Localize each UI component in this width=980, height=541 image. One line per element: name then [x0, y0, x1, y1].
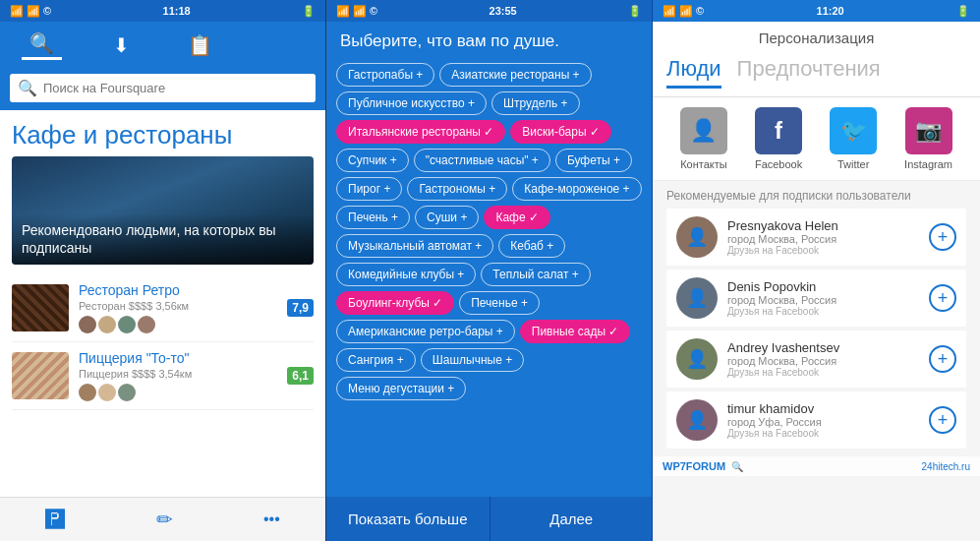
- user-list: 👤 Presnyakova Helen город Москва, Россия…: [666, 209, 966, 449]
- more-icon[interactable]: •••: [263, 511, 280, 528]
- status-bar-2: 📶 📶 © 23:55 🔋: [326, 0, 652, 22]
- panel3-footer: WP7FORUM 🔍 24hitech.ru: [653, 456, 980, 476]
- social-twitter[interactable]: 🐦 Twitter: [830, 107, 877, 170]
- tag-item[interactable]: Буфеты +: [555, 149, 632, 172]
- social-contacts[interactable]: 👤 Контакты: [680, 107, 727, 170]
- status-battery-2: 🔋: [628, 5, 642, 18]
- featured-card[interactable]: Рекомендовано людьми, на которых вы подп…: [12, 156, 314, 265]
- tag-item[interactable]: Пирог +: [336, 177, 402, 201]
- tag-item[interactable]: Штрудель +: [491, 91, 580, 115]
- facebook-label: Facebook: [755, 158, 802, 170]
- recommend-section: Рекомендуемые для подписки пользователи …: [653, 181, 980, 456]
- place-meta-1: Ресторан $$$$ 3,56км: [79, 300, 277, 312]
- user-item[interactable]: 👤 Presnyakova Helen город Москва, Россия…: [666, 209, 966, 266]
- place-info-1: Ресторан Ретро Ресторан $$$$ 3,56км: [79, 282, 277, 333]
- panel-foursquare: 📶 📶 © 11:18 🔋 🔍 ⬇ 📋 👤 🔍 Кафе и рестораны…: [0, 0, 326, 541]
- tag-item[interactable]: Публичное искусство +: [336, 91, 487, 115]
- social-instagram[interactable]: 📷 Instagram: [904, 107, 952, 170]
- user-item[interactable]: 👤 timur khamidov город Уфа, Россия Друзь…: [666, 391, 966, 449]
- featured-text: Рекомендовано людьми, на которых вы подп…: [22, 221, 304, 257]
- user-location: город Москва, Россия: [727, 355, 919, 367]
- show-more-button[interactable]: Показать больше: [326, 497, 490, 541]
- add-user-button[interactable]: +: [929, 406, 956, 434]
- checkin-icon[interactable]: ✏: [156, 508, 173, 531]
- search-icon: 🔍: [18, 79, 37, 97]
- user-item[interactable]: 👤 Andrey Ivashentsev город Москва, Росси…: [666, 331, 966, 388]
- tag-item[interactable]: "счастливые часы" +: [414, 149, 550, 172]
- panel2-title: Выберите, что вам по душе.: [326, 22, 652, 59]
- user-avatar: 👤: [676, 216, 718, 258]
- place-avatars-1: [79, 316, 277, 333]
- status-left-3: 📶 📶 ©: [663, 5, 704, 18]
- tag-item[interactable]: Кафе-мороженое +: [512, 177, 641, 201]
- user-name: Denis Popovkin: [727, 279, 919, 294]
- tab-preferences[interactable]: Предпочтения: [737, 52, 881, 89]
- tag-item[interactable]: Супчик +: [336, 149, 409, 172]
- tag-item[interactable]: Итальянские рестораны ✓: [336, 120, 505, 144]
- user-name: timur khamidov: [727, 401, 919, 416]
- nav-search-icon[interactable]: 🔍: [22, 30, 62, 60]
- add-user-button[interactable]: +: [929, 284, 956, 312]
- search-bar: 🔍: [0, 68, 325, 110]
- tag-item[interactable]: Печенье +: [459, 291, 540, 315]
- panel-categories: 📶 📶 © 23:55 🔋 Выберите, что вам по душе.…: [326, 0, 653, 541]
- foursquare-icon[interactable]: 🅿: [45, 509, 65, 531]
- tag-item[interactable]: Кебаб +: [498, 234, 565, 258]
- tag-item[interactable]: Суши +: [415, 206, 479, 229]
- tag-item[interactable]: Американские ретро-бары +: [336, 320, 515, 343]
- tag-item[interactable]: Сангрия +: [336, 348, 416, 372]
- user-info: Denis Popovkin город Москва, Россия Друз…: [727, 279, 919, 317]
- main-nav: 🔍 ⬇ 📋 👤: [0, 22, 325, 68]
- place-list: Ресторан Ретро Ресторан $$$$ 3,56км 7,9 …: [0, 274, 325, 410]
- place-avatars-2: [79, 384, 277, 401]
- status-left-icons: 📶 📶 ©: [10, 5, 51, 18]
- tag-item[interactable]: Гастрономы +: [407, 177, 507, 201]
- user-item[interactable]: 👤 Denis Popovkin город Москва, Россия Др…: [666, 270, 966, 327]
- instagram-label: Instagram: [904, 158, 952, 170]
- social-facebook[interactable]: f Facebook: [755, 107, 802, 170]
- user-location: город Уфа, Россия: [727, 416, 919, 428]
- twitter-label: Twitter: [837, 158, 869, 170]
- next-button[interactable]: Далее: [490, 497, 654, 541]
- nav-profile-icon[interactable]: 👤: [263, 31, 304, 59]
- tag-item[interactable]: Гастропабы +: [336, 63, 434, 87]
- user-info: Andrey Ivashentsev город Москва, Россия …: [727, 340, 919, 378]
- mini-avatar: [79, 316, 96, 333]
- tag-item[interactable]: Виски-бары ✓: [510, 120, 611, 144]
- tag-item[interactable]: Азиатские рестораны +: [439, 63, 591, 87]
- mini-avatar: [138, 316, 155, 333]
- status-left-2: 📶 📶 ©: [336, 5, 377, 18]
- tag-item[interactable]: Теплый салат +: [481, 263, 590, 286]
- status-time-3: 11:20: [817, 5, 844, 17]
- tag-item[interactable]: Пивные сады ✓: [520, 320, 631, 343]
- place-item-2[interactable]: Пиццерия "То-то" Пиццерия $$$$ 3,54км 6,…: [12, 342, 314, 410]
- add-user-button[interactable]: +: [929, 223, 956, 251]
- panel2-bottom: Показать больше Далее: [326, 497, 653, 541]
- tag-item[interactable]: Шашлычные +: [421, 348, 524, 372]
- user-location: город Москва, Россия: [727, 294, 919, 306]
- mini-avatar: [118, 384, 136, 401]
- tag-item[interactable]: Комедийные клубы +: [336, 263, 476, 286]
- tag-item[interactable]: Музыкальный автомат +: [336, 234, 493, 258]
- place-name-2: Пиццерия "То-то": [79, 350, 277, 366]
- tag-item[interactable]: Кафе ✓: [484, 206, 550, 229]
- nav-list-icon[interactable]: 📋: [180, 31, 220, 59]
- tag-item[interactable]: Боулинг-клубы ✓: [336, 291, 454, 315]
- status-time-1: 11:18: [163, 5, 191, 17]
- tab-people[interactable]: Люди: [666, 52, 721, 89]
- search-input[interactable]: [43, 81, 308, 95]
- tag-item[interactable]: Печень +: [336, 206, 410, 229]
- add-user-button[interactable]: +: [929, 345, 956, 373]
- user-source: Друзья на Facebook: [727, 428, 919, 439]
- place-item-1[interactable]: Ресторан Ретро Ресторан $$$$ 3,56км 7,9: [12, 274, 314, 342]
- place-info-2: Пиццерия "То-то" Пиццерия $$$$ 3,54км: [79, 350, 277, 401]
- score-badge-1: 7,9: [287, 299, 314, 317]
- nav-download-icon[interactable]: ⬇: [105, 31, 138, 59]
- instagram-icon: 📷: [905, 107, 952, 154]
- user-avatar: 👤: [676, 277, 718, 319]
- mini-avatar: [98, 384, 116, 401]
- search-input-wrap[interactable]: 🔍: [10, 74, 316, 102]
- user-source: Друзья на Facebook: [727, 245, 919, 256]
- tag-item[interactable]: Меню дегустации +: [336, 377, 466, 400]
- panel3-header: Персонализация Люди Предпочтения: [653, 22, 980, 97]
